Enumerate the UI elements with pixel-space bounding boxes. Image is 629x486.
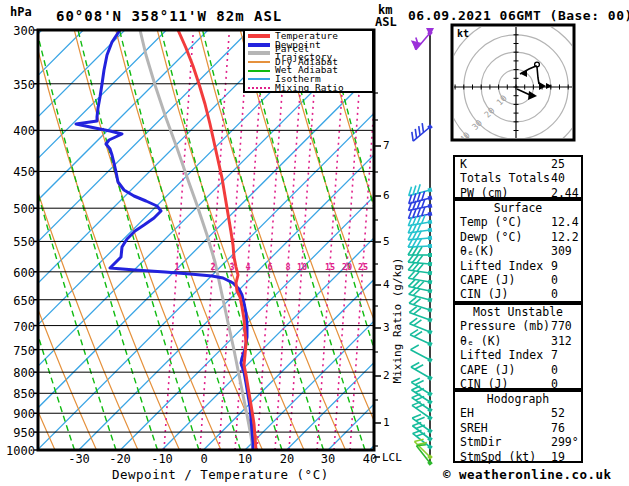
stats-box-indices: K25Totals Totals40PW (cm)2.44 <box>453 155 583 199</box>
panel-row-label: SREH <box>460 421 488 435</box>
panel-row-value: 312 <box>551 334 572 348</box>
panel-row: Lifted Index7 <box>455 348 581 362</box>
panel-row-value: 0 <box>551 287 558 301</box>
mixing-ratio-label: 1 <box>174 262 179 272</box>
stats-box-hodograph: HodographEH52SREH76StmDir299°StmSpd (kt)… <box>453 390 583 463</box>
pressure-tick-label: 1000 <box>5 444 35 458</box>
mixing-ratio-label: 6 <box>267 262 272 272</box>
panel-row: EH52 <box>455 406 581 420</box>
temp-tick-label: -10 <box>151 452 173 466</box>
pressure-tick-label: 700 <box>5 320 35 334</box>
panel-row-value: 76 <box>551 421 565 435</box>
mixing-ratio-label: 8 <box>285 262 290 272</box>
panel-row-label: StmSpd (kt) <box>460 450 536 464</box>
panel-row-value: 12.4 <box>551 215 579 229</box>
hodograph-unit-label: kt <box>457 28 469 39</box>
mixing-ratio-label: 10 <box>297 262 307 272</box>
panel-row-label: PW (cm) <box>460 186 508 200</box>
mixing-ratio-label: 20 <box>342 262 352 272</box>
lcl-label: LCL <box>382 451 402 464</box>
mixing-ratio-label: 2 <box>210 262 215 272</box>
panel-row-value: 25 <box>551 157 565 171</box>
panel-row: θₑ(K)309 <box>455 244 581 258</box>
mixing-ratio-axis-title: Mixing Ratio (g/kg) <box>391 254 404 388</box>
panel-row: CAPE (J)0 <box>455 363 581 377</box>
wind-barb-icon <box>408 120 433 143</box>
panel-row-value: 770 <box>551 319 572 333</box>
mixing-ratio-label: 4 <box>245 262 250 272</box>
km-tick-label: 2 <box>383 369 390 382</box>
curve-parcel-trajectory <box>140 30 253 450</box>
panel-row: Pressure (mb)770 <box>455 319 581 333</box>
wind-barb-icon <box>411 412 436 434</box>
panel-row-value: 7 <box>551 348 558 362</box>
wind-barb-icon <box>408 247 432 257</box>
datetime-label: 06.09.2021 06GMT (Base: 00) <box>408 8 629 23</box>
panel-row: θₑ (K)312 <box>455 334 581 348</box>
temp-tick-label: -30 <box>68 452 90 466</box>
pressure-tick-label: 550 <box>5 235 35 249</box>
km-tick-label: 4 <box>383 278 390 291</box>
dry-adiabat-swatch-icon <box>248 61 270 63</box>
altitude-axis-unit-asl: ASL <box>375 15 397 29</box>
curve-temperature <box>178 30 256 450</box>
pressure-tick-label: 800 <box>5 366 35 380</box>
stats-box-surface: SurfaceTemp (°C)12.4Dewp (°C)12.2θₑ(K)30… <box>453 199 583 303</box>
temp-tick-label: -20 <box>109 452 131 466</box>
pressure-tick-label: 400 <box>5 124 35 138</box>
panel-row-label: Lifted Index <box>460 259 543 273</box>
temp-tick-label: 10 <box>238 452 252 466</box>
isotherm-swatch-icon <box>248 78 270 80</box>
pressure-tick-label: 900 <box>5 407 35 421</box>
km-tick-label: 6 <box>383 189 390 202</box>
pressure-tick-label: 600 <box>5 266 35 280</box>
stats-box-most-unstable: Most UnstablePressure (mb)770θₑ (K)312Li… <box>453 303 583 390</box>
panel-row-value: 299° <box>551 435 579 449</box>
panel-row-value: 12.2 <box>551 230 579 244</box>
pressure-tick-label: 300 <box>5 24 35 38</box>
panel-row: Totals Totals40 <box>455 171 581 185</box>
panel-row-label: Pressure (mb) <box>460 319 550 333</box>
temperature-swatch-icon <box>248 34 270 38</box>
panel-row: CAPE (J)0 <box>455 273 581 287</box>
panel-row-label: CIN (J) <box>460 287 508 301</box>
panel-row-label: Temp (°C) <box>460 215 522 229</box>
mixing-ratio-label: 3 <box>229 262 234 272</box>
panel-row-value: 19 <box>551 450 565 464</box>
panel-row: PW (cm)2.44 <box>455 186 581 200</box>
wind-barb-icon <box>410 343 436 363</box>
panel-row-label: Lifted Index <box>460 348 543 362</box>
panel-section-title: Most Unstable <box>455 305 581 319</box>
mixing-ratio-swatch-icon <box>248 87 270 89</box>
mixing-ratio-label: 25 <box>358 262 368 272</box>
panel-row-value: 40 <box>551 171 565 185</box>
panel-row-label: K <box>460 157 467 171</box>
skewt-sounding-page: 10203040 hPa 60°08'N 358°11'W 82m ASL km… <box>0 0 629 486</box>
km-tick-label: 5 <box>383 235 390 248</box>
page-title: 60°08'N 358°11'W 82m ASL <box>56 8 282 24</box>
wind-barb-icon <box>410 376 436 397</box>
panel-row: K25 <box>455 157 581 171</box>
panel-row-label: θₑ(K) <box>460 244 495 258</box>
pressure-tick-label: 350 <box>5 78 35 92</box>
km-tick-label: 1 <box>383 416 390 429</box>
panel-row: StmDir299° <box>455 435 581 449</box>
parcel-trajectory-swatch-icon <box>248 51 270 55</box>
legend-item: Mixing Ratio <box>248 84 372 93</box>
panel-row: StmSpd (kt)19 <box>455 450 581 464</box>
km-tick-label: 7 <box>383 139 390 152</box>
pressure-tick-label: 950 <box>5 426 35 440</box>
panel-row-value: 52 <box>551 406 565 420</box>
panel-row: CIN (J)0 <box>455 287 581 301</box>
panel-row-label: EH <box>460 406 474 420</box>
panel-row-label: Totals Totals <box>460 171 550 185</box>
panel-row-value: 309 <box>551 244 572 258</box>
legend: TemperatureDewpointParcel TrajectoryDry … <box>243 29 374 93</box>
temp-tick-label: 20 <box>280 452 294 466</box>
panel-section-title: Hodograph <box>455 392 581 406</box>
pressure-tick-label: 500 <box>5 202 35 216</box>
legend-item-label: Mixing Ratio <box>275 84 344 93</box>
pressure-tick-label: 450 <box>5 165 35 179</box>
wet-adiabat-swatch-icon <box>248 70 270 72</box>
pressure-tick-label: 750 <box>5 344 35 358</box>
